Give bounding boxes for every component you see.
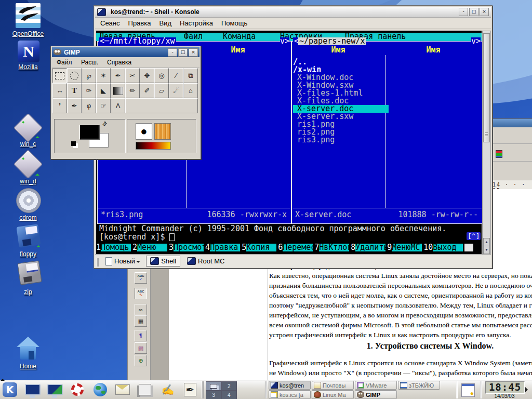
desktop-icon-home[interactable] [16, 337, 41, 361]
konsole-scrollbar[interactable]: ▲ ▼ [482, 31, 491, 255]
tab-shell[interactable]: Shell [146, 256, 180, 267]
desktop-icon-label[interactable]: floppy [0, 250, 56, 258]
tabbar-handle[interactable] [97, 258, 99, 267]
fkey-copy[interactable]: 5Копия [242, 244, 276, 251]
desktop-icon-label[interactable]: win_c [0, 140, 56, 148]
task-button-linux[interactable]: Linux Ma [312, 390, 354, 399]
toolbar-mini-icon[interactable] [496, 150, 502, 158]
file-row[interactable]: X-server.sxw [293, 113, 389, 121]
fkey-edit[interactable]: 4Правка [205, 244, 240, 251]
file-row[interactable]: X-files.doc [293, 97, 389, 105]
desktop-icon-mozilla[interactable]: N [18, 41, 39, 62]
file-row[interactable]: ris1.png [293, 121, 389, 128]
swap-colors-icon[interactable]: ⇄ [101, 120, 109, 128]
pattern-preview[interactable] [154, 123, 171, 140]
left-panel-collapse[interactable]: v> [280, 37, 289, 45]
magnify-tool[interactable]: ◎ [154, 68, 169, 83]
organizer-alarm-tray-icon[interactable]: ● [461, 383, 475, 397]
desktop-icon-openoffice[interactable] [16, 3, 41, 28]
flip-tool[interactable]: ↔ [52, 83, 67, 98]
fkey-delete[interactable]: 8Удалить [351, 244, 385, 251]
menu-xtns[interactable]: Расш. [81, 59, 98, 66]
desktop-icon-cdrom[interactable] [16, 188, 41, 213]
brush-pattern-gradient-area[interactable]: ● [127, 119, 196, 153]
pager-desktop-2[interactable]: 2 [222, 382, 237, 390]
kword-launcher[interactable]: ✍ [159, 382, 176, 397]
foreground-color-swatch[interactable] [79, 125, 99, 139]
scroll-up-arrow[interactable]: ▲ [483, 238, 490, 246]
airbrush-tool[interactable]: ☄ [169, 83, 183, 98]
help-launcher[interactable] [69, 382, 86, 397]
updir-badge[interactable]: [^] [467, 232, 481, 240]
text-tool[interactable]: T [67, 83, 82, 98]
crop-tool[interactable]: ∕ [169, 68, 183, 83]
graphics-on-off-icon[interactable]: ▨ [135, 342, 147, 354]
panel-hide-right-icon[interactable] [525, 387, 531, 393]
pager-desktop-1[interactable] [206, 382, 221, 390]
task-button-konsole[interactable]: kos@tren [269, 381, 311, 390]
column-header-name[interactable]: Имя [187, 46, 289, 54]
menu-edit[interactable]: Правка [128, 19, 151, 27]
right-panel-collapse[interactable]: v> [471, 37, 481, 45]
blend-tool[interactable] [111, 83, 125, 98]
fkey-view[interactable]: 3Просмот [169, 244, 204, 251]
right-panel-path[interactable]: ~/papers-new/x [298, 37, 366, 45]
mail-launcher[interactable] [114, 382, 131, 397]
task-button-organizer[interactable]: kos.ics [a [269, 390, 311, 399]
minimize-button[interactable]: - [168, 48, 177, 57]
desktop-icon-label[interactable]: win_d [0, 178, 56, 185]
shell-prompt[interactable]: [kos@trend x]$ [99, 233, 175, 241]
writer-launcher[interactable]: ✒ [182, 382, 198, 397]
menu-help[interactable]: Помощь [221, 19, 247, 27]
panel-hide-left-icon[interactable] [1, 377, 5, 381]
file-row[interactable]: ris3.png [293, 136, 389, 144]
notes-launcher[interactable] [137, 382, 153, 397]
spellcheck-icon[interactable]: ABC ✓ [135, 272, 147, 284]
convolve-tool[interactable]: ❜ [52, 98, 67, 113]
file-row[interactable]: X-Window.sxw [293, 82, 389, 89]
file-row-selected[interactable]: X-server.doc [293, 105, 389, 113]
pager-handle[interactable] [202, 381, 204, 398]
auto-spellcheck-icon[interactable]: ABC ∿ [135, 288, 147, 299]
pager-desktop-4[interactable]: 4 [222, 391, 237, 399]
konsole-titlebar[interactable]: kos@trend:~ - Shell - Konsole - □ × [95, 7, 491, 18]
desktop-icon-label[interactable]: Mozilla [0, 63, 56, 71]
fkey-quit[interactable]: 10Выход [423, 244, 463, 251]
scroll-down-arrow[interactable]: ▼ [483, 246, 490, 254]
fuzzy-select-tool[interactable]: ✶ [96, 68, 111, 83]
color-picker-tool[interactable]: ✑ [82, 83, 96, 98]
desktop-icon-label[interactable]: OpenOffice [0, 30, 56, 37]
ink-tool[interactable]: ✒ [67, 98, 82, 113]
pager-desktop-3[interactable]: 3 [206, 391, 221, 399]
desktop-icon-label[interactable]: Home [0, 363, 56, 370]
scissors-select-tool[interactable]: ✂ [125, 68, 140, 83]
brush-preview[interactable]: ● [136, 123, 152, 140]
desktop-icon-label[interactable]: zip [0, 288, 56, 296]
mc-right-panel[interactable]: < ~/papers-new/x v> Имя Имя /.. /x-win X… [291, 41, 483, 224]
file-row[interactable]: /x-win [293, 66, 384, 74]
close-button[interactable]: × [189, 48, 198, 57]
measure-tool[interactable]: Λ [111, 98, 125, 113]
paintbrush-tool[interactable]: ✐ [140, 83, 154, 98]
minimize-button[interactable]: - [459, 8, 468, 16]
find-icon[interactable]: ∞ [135, 304, 147, 315]
file-row[interactable]: ris2.png [293, 128, 389, 136]
free-select-tool[interactable]: ℘ [82, 68, 96, 83]
maximize-button[interactable]: □ [178, 48, 188, 57]
column-header-name[interactable]: Имя [387, 46, 480, 54]
fkey-menu[interactable]: 2Меню [132, 244, 167, 251]
rect-select-tool[interactable] [52, 68, 67, 83]
default-colors-icon[interactable] [71, 141, 76, 146]
tab-root-mc[interactable]: Root MC [183, 256, 228, 266]
kcontrol-launcher[interactable] [47, 382, 63, 397]
menu-settings[interactable]: Настройка [180, 19, 213, 27]
taskarea-handle[interactable] [265, 381, 267, 398]
color-area[interactable]: ⇄ [54, 119, 126, 153]
mc-menu-command[interactable]: Команда [223, 33, 256, 41]
gradient-preview[interactable] [136, 142, 171, 150]
fkey-mkdir[interactable]: 7НвКтлог [314, 244, 349, 251]
data-source-icon[interactable]: ▦ [135, 315, 147, 327]
menu-view[interactable]: Вид [159, 19, 171, 27]
dodge-burn-tool[interactable]: φ [82, 98, 96, 113]
file-row[interactable]: X-files-1.html [293, 89, 389, 97]
